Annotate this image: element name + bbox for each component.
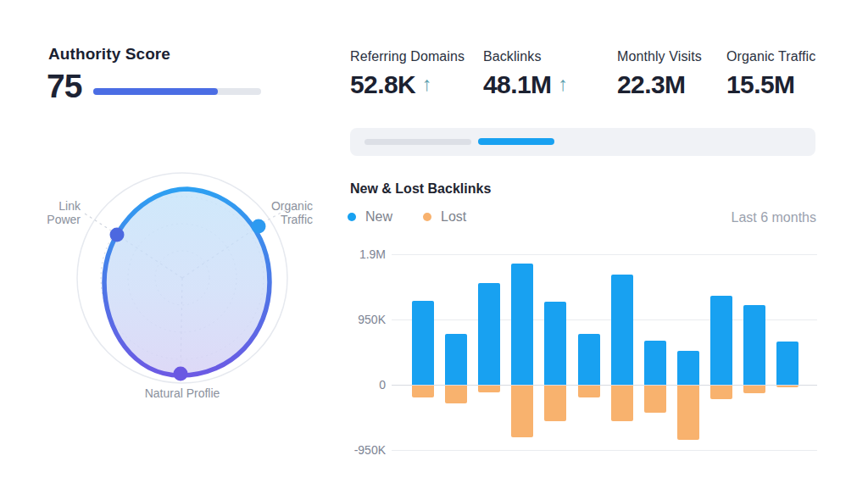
trend-up-icon: ↑ <box>422 75 432 94</box>
bar-lost[interactable] <box>677 386 699 440</box>
dashboard: Authority Score 75 Referring Domains 52.… <box>0 0 868 500</box>
radar-point-link-power[interactable] <box>110 228 125 242</box>
radar-point-natural-profile[interactable] <box>174 367 188 381</box>
bar-new[interactable] <box>511 264 533 385</box>
bar-new[interactable] <box>677 351 699 385</box>
authority-progress-fill <box>93 88 218 95</box>
legend-label: New <box>365 209 392 225</box>
metric-value: 22.3M <box>617 70 685 99</box>
metric-value: 52.8K <box>350 70 415 99</box>
metric-label: Organic Traffic <box>726 49 815 64</box>
metric-monthly-visits: Monthly Visits 22.3M <box>617 49 702 99</box>
scrollbar-thumb[interactable] <box>478 138 554 145</box>
bar-new[interactable] <box>710 296 732 385</box>
bar-new[interactable] <box>478 283 500 385</box>
metric-organic-traffic: Organic Traffic 15.5M <box>726 49 815 99</box>
y-axis-tick: 950K <box>350 313 386 326</box>
bar-lost[interactable] <box>776 386 798 387</box>
radar-axis-label-organic-traffic: Organic Traffic <box>270 199 313 226</box>
bar-lost[interactable] <box>445 386 467 403</box>
y-axis-tick: -950K <box>350 443 386 457</box>
bar-new[interactable] <box>644 341 666 385</box>
authority-score-title: Authority Score <box>48 45 170 64</box>
gridline <box>392 254 817 255</box>
backlinks-chart-plot: 1.9M950K0-950K <box>350 248 817 460</box>
bar-lost[interactable] <box>412 386 434 397</box>
bar-lost[interactable] <box>544 386 566 421</box>
bar-lost[interactable] <box>644 386 666 413</box>
legend-item-new[interactable]: New <box>348 209 392 225</box>
y-axis-tick: 1.9M <box>350 247 386 261</box>
authority-score-value: 75 <box>47 68 81 105</box>
y-axis-tick: 0 <box>350 378 386 392</box>
bar-new[interactable] <box>445 334 467 385</box>
metric-referring-domains: Referring Domains 52.8K ↑ <box>350 49 465 99</box>
gridline <box>392 450 817 451</box>
metric-value: 48.1M <box>483 70 551 99</box>
bar-new[interactable] <box>743 305 765 385</box>
radar-profile-blob <box>104 189 270 375</box>
legend-dot-new-icon <box>348 213 356 221</box>
legend-dot-lost-icon <box>423 213 431 221</box>
bar-lost[interactable] <box>611 386 633 421</box>
legend-label: Lost <box>441 209 466 225</box>
scrollbar-segment-inactive <box>364 139 471 145</box>
legend-item-lost[interactable]: Lost <box>423 209 466 225</box>
backlinks-chart-title: New & Lost Backlinks <box>350 181 491 197</box>
trend-up-icon: ↑ <box>558 75 568 94</box>
bar-new[interactable] <box>776 342 798 385</box>
bar-new[interactable] <box>412 301 434 385</box>
bar-new[interactable] <box>578 334 600 385</box>
authority-progress-track <box>93 88 261 95</box>
bar-lost[interactable] <box>511 386 533 437</box>
metric-value: 15.5M <box>726 70 794 99</box>
bar-lost[interactable] <box>478 386 500 392</box>
radar-axis-label-natural-profile: Natural Proflie <box>127 386 237 400</box>
metric-label: Backlinks <box>483 49 568 64</box>
scrollbar-track <box>350 128 815 156</box>
metric-label: Referring Domains <box>350 49 465 64</box>
chart-legend: New Lost <box>348 209 497 225</box>
bar-new[interactable] <box>544 302 566 385</box>
bar-lost[interactable] <box>578 386 600 397</box>
date-range-label: Last 6 months <box>732 210 817 225</box>
radar-point-organic-traffic[interactable] <box>252 219 266 234</box>
bar-new[interactable] <box>611 275 633 385</box>
bar-lost[interactable] <box>743 386 765 393</box>
metric-backlinks: Backlinks 48.1M ↑ <box>483 49 568 99</box>
radar-axis-label-link-power: Link Power <box>25 199 81 226</box>
bar-lost[interactable] <box>710 386 732 399</box>
metric-label: Monthly Visits <box>617 49 702 64</box>
